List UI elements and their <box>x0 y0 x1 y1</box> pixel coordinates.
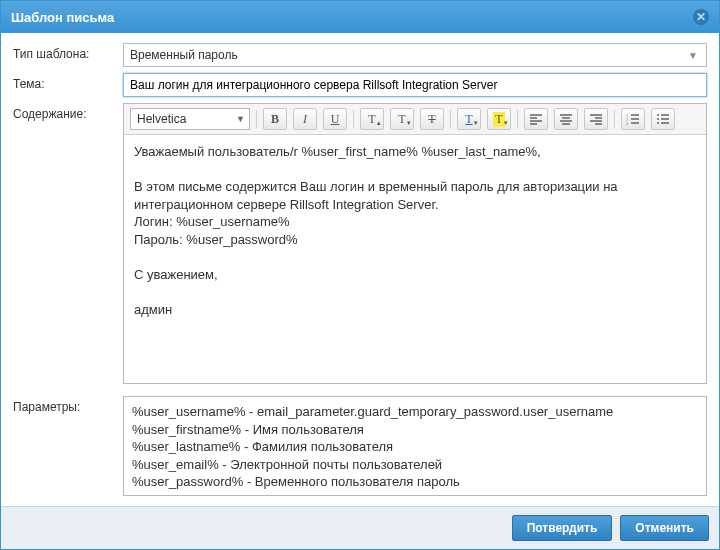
editor-toolbar: Helvetica ▼ B I U T▴ T▾ T T▾ T▾ <box>124 104 706 135</box>
dialog-footer: Потвердить Отменить <box>1 506 719 549</box>
cancel-button[interactable]: Отменить <box>620 515 709 541</box>
dialog-body: Тип шаблона: Временный пароль ▼ Тема: Со… <box>1 33 719 506</box>
strikethrough-button[interactable]: T <box>420 108 444 130</box>
dialog-title: Шаблон письма <box>11 10 114 25</box>
chevron-down-icon: ▾ <box>504 119 508 127</box>
svg-point-5 <box>657 122 659 124</box>
row-content: Содержание: Helvetica ▼ B I U T▴ <box>13 103 707 384</box>
label-params: Параметры: <box>13 396 123 496</box>
chevron-down-icon: ▾ <box>474 119 478 127</box>
close-icon[interactable]: ✕ <box>693 9 709 25</box>
align-center-button[interactable] <box>554 108 578 130</box>
rich-text-editor: Helvetica ▼ B I U T▴ T▾ T T▾ T▾ <box>123 103 707 384</box>
toolbar-separator <box>517 110 518 128</box>
row-template-type: Тип шаблона: Временный пароль ▼ <box>13 43 707 67</box>
chevron-down-icon: ▼ <box>684 44 702 66</box>
email-template-dialog: Шаблон письма ✕ Тип шаблона: Временный п… <box>0 0 720 550</box>
svg-point-4 <box>657 118 659 120</box>
align-left-button[interactable] <box>524 108 548 130</box>
template-type-select[interactable]: Временный пароль ▼ <box>123 43 707 67</box>
svg-point-3 <box>657 114 659 116</box>
param-line: %user_lastname% - Фамилия пользователя <box>132 438 698 456</box>
param-line: %user_username% - email_parameter.guard_… <box>132 403 698 421</box>
param-line: %user_firstname% - Имя пользователя <box>132 421 698 439</box>
row-params: Параметры: %user_username% - email_param… <box>13 396 707 496</box>
font-family-value: Helvetica <box>137 112 186 126</box>
template-type-value: Временный пароль <box>130 48 238 62</box>
label-content: Содержание: <box>13 103 123 384</box>
arrow-up-icon: ▴ <box>377 119 381 127</box>
italic-button[interactable]: I <box>293 108 317 130</box>
backcolor-button[interactable]: T▾ <box>487 108 511 130</box>
forecolor-button[interactable]: T▾ <box>457 108 481 130</box>
ordered-list-button[interactable]: 123 <box>621 108 645 130</box>
svg-text:3: 3 <box>626 121 628 126</box>
font-increase-button[interactable]: T▴ <box>360 108 384 130</box>
subject-input-wrap[interactable] <box>123 73 707 97</box>
font-family-select[interactable]: Helvetica ▼ <box>130 108 250 130</box>
label-template-type: Тип шаблона: <box>13 43 123 67</box>
dialog-titlebar: Шаблон письма ✕ <box>1 1 719 33</box>
toolbar-separator <box>353 110 354 128</box>
unordered-list-button[interactable] <box>651 108 675 130</box>
unordered-list-icon <box>656 112 670 126</box>
toolbar-separator <box>256 110 257 128</box>
subject-input[interactable] <box>130 78 700 92</box>
row-subject: Тема: <box>13 73 707 97</box>
font-decrease-button[interactable]: T▾ <box>390 108 414 130</box>
toolbar-separator <box>614 110 615 128</box>
align-right-icon <box>589 112 603 126</box>
align-right-button[interactable] <box>584 108 608 130</box>
toolbar-separator <box>450 110 451 128</box>
arrow-down-icon: ▾ <box>407 119 411 127</box>
params-box: %user_username% - email_parameter.guard_… <box>123 396 707 496</box>
ordered-list-icon: 123 <box>626 112 640 126</box>
editor-content[interactable]: Уважаемый пользователь/r %user_first_nam… <box>124 135 706 383</box>
align-center-icon <box>559 112 573 126</box>
label-subject: Тема: <box>13 73 123 97</box>
param-line: %user_password% - Временного пользовател… <box>132 473 698 491</box>
confirm-button[interactable]: Потвердить <box>512 515 613 541</box>
underline-button[interactable]: U <box>323 108 347 130</box>
align-left-icon <box>529 112 543 126</box>
chevron-down-icon: ▼ <box>236 114 245 124</box>
bold-button[interactable]: B <box>263 108 287 130</box>
param-line: %user_email% - Электронной почты пользов… <box>132 456 698 474</box>
